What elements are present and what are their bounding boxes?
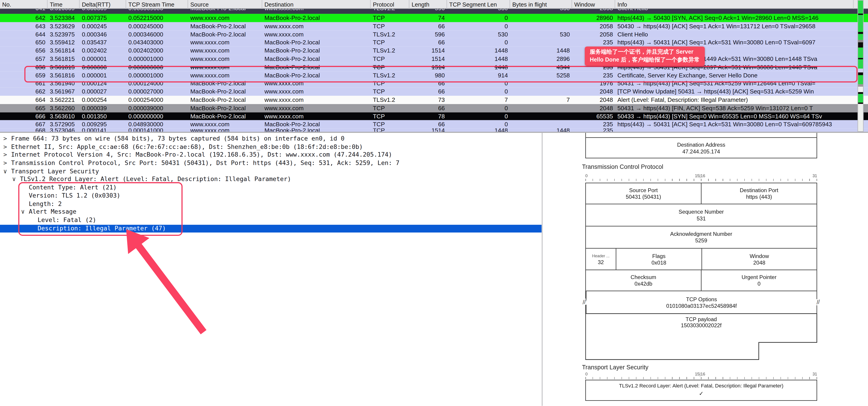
tcp-urgent-pointer-value: 0 <box>757 281 761 287</box>
column-header-bytes-in-flight[interactable]: Bytes in flight <box>510 0 572 9</box>
cell-protocol: TCP <box>371 80 409 88</box>
packet-row[interactable]: 641 3.516009 0.000369 0.000369000 MacBoo… <box>0 9 868 14</box>
detail-tree-line[interactable]: ∨Alert Message <box>0 208 541 216</box>
cell-protocol: TCP <box>371 88 409 96</box>
cell-tcp-stream-time: 0.048930000 <box>126 120 188 128</box>
cell-tcp-stream-time: 0.000124000 <box>126 80 188 88</box>
detail-tree-text: TLSv1.2 Record Layer: Alert (Level: Fata… <box>20 176 291 183</box>
expander-icon[interactable]: > <box>3 135 11 143</box>
cell-tcp-segment-len: 0 <box>447 80 510 88</box>
cell-length: 66 <box>409 104 447 112</box>
detail-tree-text: Transport Layer Security <box>11 168 99 175</box>
cell-destination: www.xxxx.com <box>262 80 370 88</box>
expander-icon[interactable]: > <box>3 160 11 168</box>
packet-row[interactable]: 658 3.561815 0.000000 0.000000000 www.xx… <box>0 63 868 71</box>
cell-info: https(443) → 50430 [SYN, ACK] Seq=0 Ack=… <box>615 14 854 22</box>
packet-row[interactable]: 659 3.561816 0.000001 0.000001000 www.xx… <box>0 71 868 80</box>
packet-row[interactable]: 643 3.523629 0.000245 0.000245000 MacBoo… <box>0 22 868 30</box>
expander-icon[interactable]: > <box>3 143 11 151</box>
expander-icon[interactable]: ∨ <box>21 208 29 216</box>
tcp-payload-value: 1503030002022f <box>585 322 817 328</box>
cell-info: 50431 → https(443) [FIN, ACK] Seq=538 Ac… <box>615 104 854 112</box>
cell-tcp-segment-len: 530 <box>447 9 510 12</box>
column-header-no[interactable]: No. <box>0 0 48 9</box>
packet-diagram-pane: Destination Address 47.244.205.174 Trans… <box>543 133 868 406</box>
cell-tcp-stream-time: 0.000001000 <box>126 71 188 80</box>
cell-protocol: TLSv1.2 <box>371 30 409 38</box>
cell-tcp-segment-len: 1448 <box>447 128 510 132</box>
cell-no: 665 <box>0 104 48 112</box>
cell-tcp-segment-len: 0 <box>447 120 510 128</box>
column-header-window[interactable]: Window <box>572 0 615 9</box>
cell-window: 65535 <box>572 112 615 120</box>
cell-protocol: TCP <box>371 14 409 22</box>
cell-tcp-segment-len: 7 <box>447 96 510 104</box>
column-header-length[interactable]: Length <box>409 0 447 9</box>
detail-tree-line[interactable]: ∨Transport Layer Security <box>0 168 541 176</box>
detail-tree-line[interactable]: Description: Illegal Parameter (47) <box>0 225 541 233</box>
cell-delta-rtt: 0.007375 <box>80 14 126 22</box>
cell-source: MacBook-Pro-2.local <box>188 112 262 120</box>
detail-tree-line[interactable]: Content Type: Alert (21) <box>0 184 541 192</box>
cell-delta-rtt: 0.001350 <box>80 112 126 120</box>
cell-info: https(443) → 50431 [ACK] Seq=1 Ack=531 W… <box>615 38 854 47</box>
detail-tree-line[interactable]: Version: TLS 1.2 (0x0303) <box>0 192 541 200</box>
detail-tree-line[interactable]: >Ethernet II, Src: Apple_cc:ae:68 (6c:7e… <box>0 143 541 151</box>
detail-tree-line[interactable]: >Frame 664: 73 bytes on wire (584 bits),… <box>0 135 541 143</box>
packet-row[interactable]: 657 3.561815 0.000001 0.000001000 www.xx… <box>0 55 868 63</box>
column-header-tcp-stream-time[interactable]: TCP Stream Time <box>126 0 188 9</box>
cell-delta-rtt: 0.000000 <box>80 63 126 71</box>
cell-source: www.xxxx.com <box>188 38 262 47</box>
packet-row[interactable]: 667 3.572905 0.009295 0.048930000 www.xx… <box>0 120 868 128</box>
cell-delta-rtt: 0.000124 <box>80 80 126 88</box>
cell-length: 1514 <box>409 128 447 132</box>
column-header-tcp-segment-len[interactable]: TCP Segment Len <box>447 0 510 9</box>
cell-window: 1976 <box>572 80 615 88</box>
tls-bit-ruler: 0 15|16 31 <box>585 371 817 379</box>
packet-row[interactable]: 656 3.561814 0.002402 0.002402000 www.xx… <box>0 47 868 55</box>
packet-row[interactable]: 664 3.562221 0.000254 0.000254000 MacBoo… <box>0 96 868 104</box>
detail-tree-line[interactable]: ∨TLSv1.2 Record Layer: Alert (Level: Fat… <box>0 176 541 184</box>
cell-bytes-in-flight: 7 <box>510 96 572 104</box>
packet-row[interactable]: 644 3.523975 0.000346 0.000346000 MacBoo… <box>0 30 868 38</box>
cell-delta-rtt: 0.000027 <box>80 88 126 96</box>
cell-info: Certificate, Server Key Exchange, Server… <box>615 71 854 80</box>
column-header-destination[interactable]: Destination <box>262 0 370 9</box>
column-header-time[interactable]: Time <box>48 0 80 9</box>
cell-source: MacBook-Pro-2.local <box>188 9 262 12</box>
tcp-destination-port-label: Destination Port <box>740 187 778 193</box>
packet-row[interactable]: 642 3.523384 0.007375 0.052215000 www.xx… <box>0 14 868 22</box>
cell-destination: www.xxxx.com <box>262 88 370 96</box>
detail-tree-line[interactable]: Level: Fatal (2) <box>0 216 541 225</box>
detail-tree-line[interactable]: >Transmission Control Protocol, Src Port… <box>0 160 541 168</box>
packet-row[interactable]: 665 3.562260 0.000039 0.000039000 MacBoo… <box>0 104 868 112</box>
cell-tcp-stream-time: 0.002402000 <box>126 47 188 55</box>
column-header-protocol[interactable]: Protocol <box>371 0 409 9</box>
packet-row[interactable]: 661 3.561940 0.000124 0.000124000 MacBoo… <box>0 80 868 88</box>
tcp-payload-label: TCP payload <box>585 316 817 322</box>
detail-tree-line[interactable]: >Internet Protocol Version 4, Src: MacBo… <box>0 151 541 160</box>
column-header-delta-rtt[interactable]: Delta(RTT) <box>80 0 126 9</box>
detail-tree-text: Transmission Control Protocol, Src Port:… <box>11 160 399 167</box>
cell-destination: MacBook-Pro-2.local <box>262 38 370 47</box>
packet-row[interactable]: 668 3.573046 0.000141 0.000141000 www.xx… <box>0 128 868 132</box>
intelligent-scrollbar-minimap[interactable] <box>858 0 864 132</box>
packet-row[interactable]: 662 3.561967 0.000027 0.000027000 MacBoo… <box>0 88 868 96</box>
cell-destination: www.xxxx.com <box>262 9 370 12</box>
tls-record-box: TLSv1.2 Record Layer: Alert (Level: Fata… <box>585 380 817 401</box>
expander-icon[interactable]: ∨ <box>12 176 20 184</box>
column-header-source[interactable]: Source <box>188 0 262 9</box>
screen: No. Time Delta(RTT) TCP Stream Time Sour… <box>0 0 868 406</box>
packet-row[interactable]: 650 3.559412 0.035437 0.043403000 www.xx… <box>0 38 868 47</box>
cell-source: www.xxxx.com <box>188 128 262 132</box>
cell-tcp-segment-len: 0 <box>447 14 510 22</box>
cell-tcp-segment-len: 530 <box>447 30 510 38</box>
expander-icon[interactable]: ∨ <box>3 168 11 176</box>
detail-tree-line[interactable]: Length: 2 <box>0 200 541 208</box>
packet-row[interactable]: 666 3.563610 0.001350 0.000000000 MacBoo… <box>0 112 868 120</box>
ip-destination-address-value: 47.244.205.174 <box>586 148 817 154</box>
cell-delta-rtt: 0.000346 <box>80 30 126 38</box>
expander-icon[interactable]: > <box>3 151 11 160</box>
column-header-info[interactable]: Info <box>615 0 854 9</box>
cell-length: 66 <box>409 22 447 30</box>
